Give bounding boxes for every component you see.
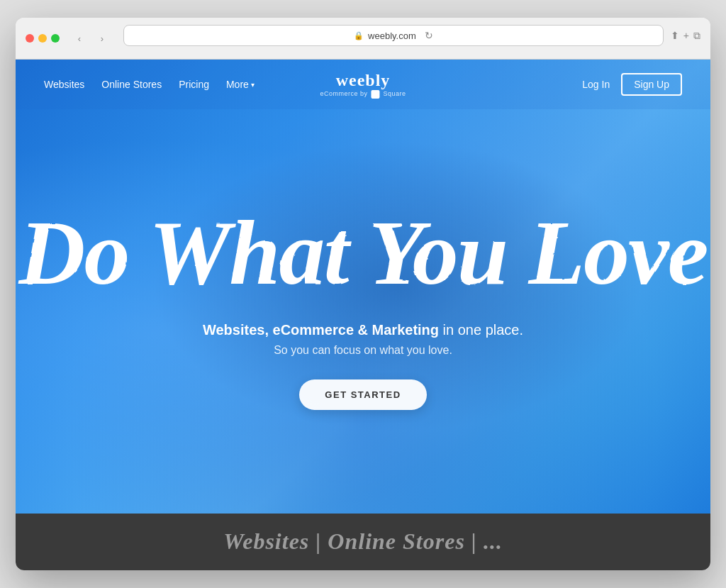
hero-tagline-text: Do What You Love xyxy=(18,201,708,304)
traffic-lights xyxy=(26,34,60,43)
minimize-button[interactable] xyxy=(38,34,47,43)
tab-overview-icon[interactable]: ⧉ xyxy=(693,30,700,42)
close-button[interactable] xyxy=(26,34,34,43)
site-nav: Websites Online Stores Pricing More ▾ we… xyxy=(16,60,710,109)
get-started-button[interactable]: GET STARTED xyxy=(299,379,426,410)
browser-controls: ‹ › xyxy=(71,30,111,47)
nav-online-stores[interactable]: Online Stores xyxy=(101,79,162,90)
back-button[interactable]: ‹ xyxy=(71,30,88,47)
hero-section: Websites Online Stores Pricing More ▾ we… xyxy=(16,60,710,514)
nav-websites[interactable]: Websites xyxy=(44,79,84,90)
new-tab-icon[interactable]: + xyxy=(683,30,689,41)
hero-content: Do What You Love Websites, eCommerce & M… xyxy=(44,192,682,410)
logo-subtitle: eCommerce by Square xyxy=(320,90,406,99)
lock-icon: 🔒 xyxy=(354,31,364,40)
browser-window: ‹ › 🔒 weebly.com ↻ ⬆ + ⧉ xyxy=(16,18,710,570)
url-display: weebly.com xyxy=(368,30,416,41)
nav-links: Websites Online Stores Pricing More ▾ xyxy=(44,79,255,90)
website-content: Websites Online Stores Pricing More ▾ we… xyxy=(16,60,710,570)
hero-subtitle: Websites, eCommerce & Marketing in one p… xyxy=(44,322,682,338)
svg-text:Websites | Online Stores | ...: Websites | Online Stores | ... xyxy=(223,528,503,554)
hero-tagline-svg: Do What You Love xyxy=(44,192,682,305)
signup-button[interactable]: Sign Up xyxy=(621,73,682,96)
share-icon[interactable]: ⬆ xyxy=(671,30,679,41)
logo-wordmark: weebly xyxy=(320,71,406,90)
refresh-button[interactable]: ↻ xyxy=(425,30,433,41)
maximize-button[interactable] xyxy=(51,34,60,43)
browser-chrome: ‹ › 🔒 weebly.com ↻ ⬆ + ⧉ xyxy=(16,18,710,60)
square-icon xyxy=(372,90,380,99)
chevron-down-icon: ▾ xyxy=(251,81,255,89)
address-bar[interactable]: 🔒 weebly.com ↻ xyxy=(123,25,664,46)
window-controls-right: ⬆ + ⧉ xyxy=(671,30,700,42)
forward-button[interactable]: › xyxy=(94,30,111,47)
hero-description: So you can focus on what you love. xyxy=(44,344,682,357)
footer-teaser-text: Websites | Online Stores | ... xyxy=(150,522,576,562)
site-logo: weebly eCommerce by Square xyxy=(320,71,406,99)
browser-titlebar: ‹ › 🔒 weebly.com ↻ ⬆ + ⧉ xyxy=(26,25,700,52)
nav-auth: Log In Sign Up xyxy=(582,73,682,96)
hero-tagline-container: Do What You Love xyxy=(44,192,682,308)
nav-more[interactable]: More ▾ xyxy=(226,79,255,90)
login-button[interactable]: Log In xyxy=(582,79,610,90)
nav-pricing[interactable]: Pricing xyxy=(179,79,209,90)
footer-teaser: Websites | Online Stores | ... xyxy=(16,514,710,570)
